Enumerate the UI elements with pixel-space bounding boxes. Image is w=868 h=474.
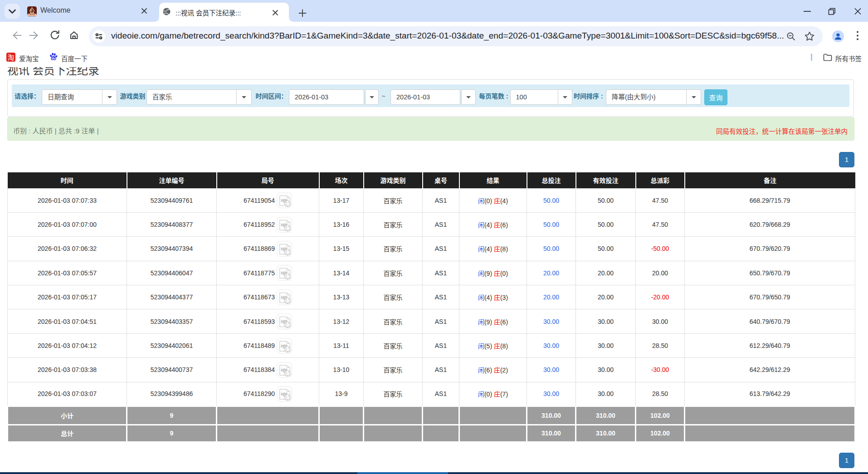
svg-text:du: du — [52, 56, 56, 60]
svg-text:淘: 淘 — [8, 53, 15, 62]
